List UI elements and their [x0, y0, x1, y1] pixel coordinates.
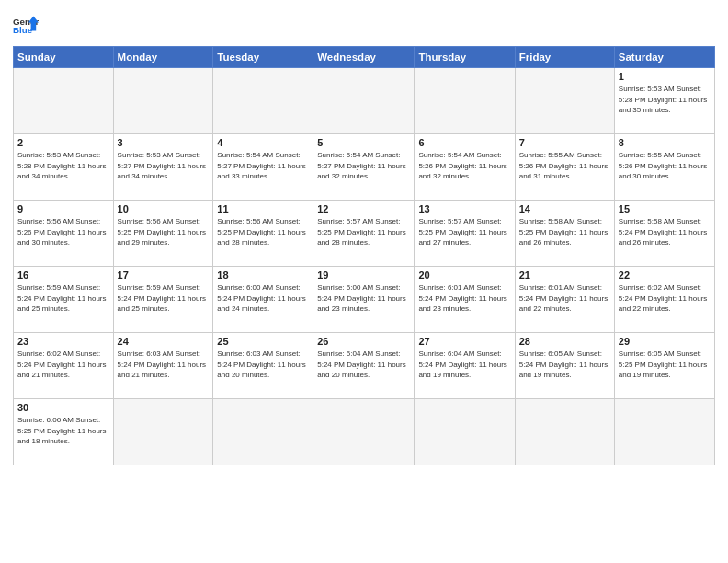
day-info: Sunrise: 5:58 AM Sunset: 5:25 PM Dayligh…: [519, 216, 610, 248]
weekday-header-monday: Monday: [113, 47, 213, 68]
day-info: Sunrise: 6:04 AM Sunset: 5:24 PM Dayligh…: [418, 349, 510, 381]
calendar-cell: 13Sunrise: 5:57 AM Sunset: 5:25 PM Dayli…: [415, 201, 515, 267]
calendar-cell: [614, 399, 714, 465]
page: General Blue SundayMondayTuesdayWednesda…: [0, 0, 728, 563]
weekday-header-tuesday: Tuesday: [213, 47, 313, 68]
day-info: Sunrise: 5:53 AM Sunset: 5:27 PM Dayligh…: [118, 150, 210, 182]
day-number: 23: [17, 336, 109, 347]
day-info: Sunrise: 5:58 AM Sunset: 5:24 PM Dayligh…: [619, 216, 711, 248]
day-number: 9: [17, 203, 109, 214]
day-info: Sunrise: 6:01 AM Sunset: 5:24 PM Dayligh…: [519, 282, 610, 315]
weekday-header-wednesday: Wednesday: [313, 47, 415, 68]
day-number: 17: [118, 270, 210, 281]
day-number: 22: [619, 270, 711, 281]
calendar-cell: 21Sunrise: 6:01 AM Sunset: 5:24 PM Dayli…: [515, 267, 614, 333]
day-number: 3: [118, 137, 210, 148]
calendar-cell: [213, 399, 313, 465]
day-number: 18: [217, 270, 309, 281]
calendar-cell: 12Sunrise: 5:57 AM Sunset: 5:25 PM Dayli…: [313, 201, 415, 267]
day-info: Sunrise: 5:55 AM Sunset: 5:26 PM Dayligh…: [619, 150, 711, 182]
calendar-cell: 9Sunrise: 5:56 AM Sunset: 5:26 PM Daylig…: [14, 201, 114, 267]
calendar-cell: 14Sunrise: 5:58 AM Sunset: 5:25 PM Dayli…: [515, 201, 614, 267]
day-number: 6: [418, 137, 510, 148]
logo-icon: General Blue: [13, 13, 39, 39]
weekday-header-sunday: Sunday: [14, 47, 114, 68]
calendar-cell: 28Sunrise: 6:05 AM Sunset: 5:24 PM Dayli…: [515, 333, 614, 399]
calendar-cell: 4Sunrise: 5:54 AM Sunset: 5:27 PM Daylig…: [213, 134, 313, 201]
calendar-cell: [113, 68, 213, 134]
day-info: Sunrise: 6:05 AM Sunset: 5:25 PM Dayligh…: [619, 349, 711, 381]
day-info: Sunrise: 5:53 AM Sunset: 5:28 PM Dayligh…: [17, 150, 109, 182]
day-number: 7: [519, 137, 610, 148]
day-info: Sunrise: 5:54 AM Sunset: 5:27 PM Dayligh…: [217, 150, 309, 182]
day-info: Sunrise: 6:00 AM Sunset: 5:24 PM Dayligh…: [317, 282, 410, 315]
calendar-cell: [515, 68, 614, 134]
weekday-header-saturday: Saturday: [614, 47, 714, 68]
calendar-cell: 17Sunrise: 5:59 AM Sunset: 5:24 PM Dayli…: [113, 267, 213, 333]
day-info: Sunrise: 6:03 AM Sunset: 5:24 PM Dayligh…: [118, 349, 210, 381]
calendar-cell: 16Sunrise: 5:59 AM Sunset: 5:24 PM Dayli…: [14, 267, 114, 333]
day-number: 29: [619, 336, 711, 347]
day-info: Sunrise: 5:57 AM Sunset: 5:25 PM Dayligh…: [418, 216, 510, 248]
calendar-cell: [515, 399, 614, 465]
svg-text:Blue: Blue: [13, 25, 33, 35]
day-info: Sunrise: 5:57 AM Sunset: 5:25 PM Dayligh…: [317, 216, 410, 248]
calendar-cell: 30Sunrise: 6:06 AM Sunset: 5:25 PM Dayli…: [14, 399, 114, 465]
day-info: Sunrise: 5:59 AM Sunset: 5:24 PM Dayligh…: [17, 282, 109, 315]
calendar-cell: 23Sunrise: 6:02 AM Sunset: 5:24 PM Dayli…: [14, 333, 114, 399]
day-info: Sunrise: 5:59 AM Sunset: 5:24 PM Dayligh…: [118, 282, 210, 315]
logo: General Blue: [13, 13, 39, 39]
day-number: 12: [317, 203, 410, 214]
day-number: 27: [418, 336, 510, 347]
day-info: Sunrise: 6:03 AM Sunset: 5:24 PM Dayligh…: [217, 349, 309, 381]
weekday-header-thursday: Thursday: [415, 47, 515, 68]
calendar-cell: 29Sunrise: 6:05 AM Sunset: 5:25 PM Dayli…: [614, 333, 714, 399]
calendar-cell: 24Sunrise: 6:03 AM Sunset: 5:24 PM Dayli…: [113, 333, 213, 399]
calendar-cell: 6Sunrise: 5:54 AM Sunset: 5:26 PM Daylig…: [415, 134, 515, 201]
calendar-cell: 19Sunrise: 6:00 AM Sunset: 5:24 PM Dayli…: [313, 267, 415, 333]
calendar-cell: 25Sunrise: 6:03 AM Sunset: 5:24 PM Dayli…: [213, 333, 313, 399]
calendar-cell: [213, 68, 313, 134]
calendar-header-row: SundayMondayTuesdayWednesdayThursdayFrid…: [14, 47, 715, 68]
day-info: Sunrise: 6:05 AM Sunset: 5:24 PM Dayligh…: [519, 349, 610, 381]
calendar-week-5: 30Sunrise: 6:06 AM Sunset: 5:25 PM Dayli…: [14, 399, 715, 465]
calendar-week-1: 2Sunrise: 5:53 AM Sunset: 5:28 PM Daylig…: [14, 134, 715, 201]
day-number: 11: [217, 203, 309, 214]
day-number: 30: [17, 402, 109, 413]
calendar-cell: 1Sunrise: 5:53 AM Sunset: 5:28 PM Daylig…: [614, 68, 714, 134]
day-number: 5: [317, 137, 410, 148]
day-number: 21: [519, 270, 610, 281]
day-info: Sunrise: 5:53 AM Sunset: 5:28 PM Dayligh…: [619, 84, 711, 116]
day-info: Sunrise: 5:55 AM Sunset: 5:26 PM Dayligh…: [519, 150, 610, 182]
weekday-header-friday: Friday: [515, 47, 614, 68]
calendar-cell: 11Sunrise: 5:56 AM Sunset: 5:25 PM Dayli…: [213, 201, 313, 267]
calendar-cell: 15Sunrise: 5:58 AM Sunset: 5:24 PM Dayli…: [614, 201, 714, 267]
day-info: Sunrise: 5:56 AM Sunset: 5:25 PM Dayligh…: [118, 216, 210, 248]
day-info: Sunrise: 5:54 AM Sunset: 5:27 PM Dayligh…: [317, 150, 410, 182]
calendar-week-4: 23Sunrise: 6:02 AM Sunset: 5:24 PM Dayli…: [14, 333, 715, 399]
day-number: 26: [317, 336, 410, 347]
calendar-cell: 2Sunrise: 5:53 AM Sunset: 5:28 PM Daylig…: [14, 134, 114, 201]
day-number: 16: [17, 270, 109, 281]
calendar-cell: 22Sunrise: 6:02 AM Sunset: 5:24 PM Dayli…: [614, 267, 714, 333]
day-info: Sunrise: 5:54 AM Sunset: 5:26 PM Dayligh…: [418, 150, 510, 182]
day-number: 2: [17, 137, 109, 148]
day-info: Sunrise: 6:06 AM Sunset: 5:25 PM Dayligh…: [17, 415, 109, 447]
calendar-cell: 26Sunrise: 6:04 AM Sunset: 5:24 PM Dayli…: [313, 333, 415, 399]
calendar-cell: [14, 68, 114, 134]
day-info: Sunrise: 6:00 AM Sunset: 5:24 PM Dayligh…: [217, 282, 309, 315]
day-info: Sunrise: 5:56 AM Sunset: 5:25 PM Dayligh…: [217, 216, 309, 248]
day-number: 8: [619, 137, 711, 148]
day-number: 20: [418, 270, 510, 281]
calendar-cell: [113, 399, 213, 465]
day-info: Sunrise: 5:56 AM Sunset: 5:26 PM Dayligh…: [17, 216, 109, 248]
calendar-cell: 5Sunrise: 5:54 AM Sunset: 5:27 PM Daylig…: [313, 134, 415, 201]
calendar-cell: [415, 399, 515, 465]
day-info: Sunrise: 6:04 AM Sunset: 5:24 PM Dayligh…: [317, 349, 410, 381]
calendar-cell: 10Sunrise: 5:56 AM Sunset: 5:25 PM Dayli…: [113, 201, 213, 267]
calendar-cell: 27Sunrise: 6:04 AM Sunset: 5:24 PM Dayli…: [415, 333, 515, 399]
day-info: Sunrise: 6:02 AM Sunset: 5:24 PM Dayligh…: [17, 349, 109, 381]
day-number: 13: [418, 203, 510, 214]
day-number: 14: [519, 203, 610, 214]
header: General Blue: [13, 9, 715, 39]
